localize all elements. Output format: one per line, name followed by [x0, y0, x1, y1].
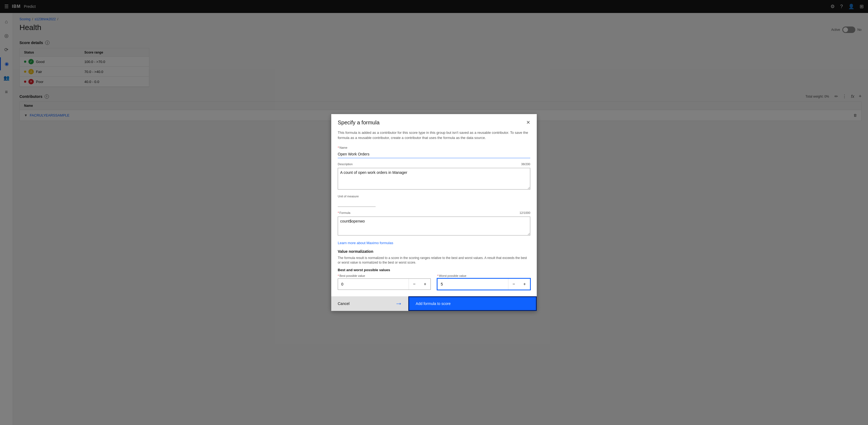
modal-close-button[interactable]: ✕ — [526, 120, 530, 125]
unit-field-group: Unit of measure — [338, 195, 530, 207]
unit-label: Unit of measure — [338, 195, 530, 198]
formula-field-group: * Formula 12/1000 count$openwo — [338, 211, 530, 236]
worst-value-input[interactable] — [437, 280, 508, 289]
name-label: * Name — [338, 146, 530, 149]
best-value-stepper: − + — [409, 279, 431, 290]
modal-overlay[interactable]: Specify a formula ✕ This formula is adde… — [0, 0, 868, 425]
modal: Specify a formula ✕ This formula is adde… — [331, 114, 537, 311]
best-worst-label: Best and worst possible values — [338, 268, 530, 272]
name-field-group: * Name — [338, 146, 530, 158]
formula-char-count: 12/1000 — [520, 211, 530, 215]
unit-input[interactable] — [338, 199, 376, 207]
modal-body: This formula is added as a contributor f… — [331, 130, 537, 290]
values-section: Best and worst possible values * Best po… — [338, 268, 530, 290]
formula-textarea[interactable]: count$openwo — [338, 217, 530, 235]
best-value-input-wrap: − + — [338, 279, 431, 290]
worst-label: * Worst possible value — [437, 274, 530, 277]
best-label: * Best possible value — [338, 274, 431, 277]
best-increment-button[interactable]: + — [420, 279, 431, 290]
formula-label: * Formula — [338, 211, 350, 215]
worst-value-stepper: − + — [508, 279, 530, 290]
worst-value-input-wrap: − + — [437, 279, 530, 290]
description-field-group: Description 38/200 A count of open work … — [338, 162, 530, 190]
best-decrement-button[interactable]: − — [409, 279, 420, 290]
best-value-input[interactable] — [338, 280, 409, 289]
modal-title: Specify a formula — [338, 120, 380, 126]
name-input[interactable] — [338, 150, 530, 158]
worst-decrement-button[interactable]: − — [508, 279, 519, 290]
modal-footer: Cancel → Add formula to score — [331, 296, 537, 311]
modal-description: This formula is added as a contributor f… — [338, 130, 530, 140]
description-char-count: 38/200 — [521, 162, 530, 166]
worst-increment-button[interactable]: + — [519, 279, 530, 290]
worst-value-field: * Worst possible value − + — [437, 274, 530, 290]
add-formula-button[interactable]: Add formula to score — [408, 296, 537, 311]
description-textarea[interactable]: A count of open work orders in Manager — [338, 168, 530, 190]
learn-more-link[interactable]: Learn more about Maximo formulas — [338, 241, 393, 245]
best-value-field: * Best possible value − + — [338, 274, 431, 290]
value-normalization-desc: The formula result is normalized to a sc… — [338, 256, 530, 265]
modal-header: Specify a formula ✕ — [331, 114, 537, 130]
description-label: Description — [338, 162, 352, 166]
value-normalization-title: Value normalization — [338, 249, 530, 254]
